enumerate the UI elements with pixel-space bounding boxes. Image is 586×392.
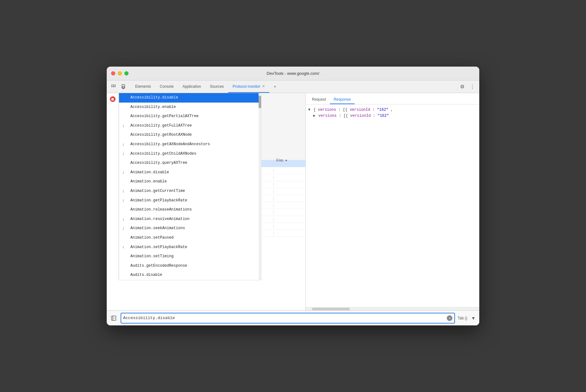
autocomplete-item-accessibility-disable[interactable]: Accessibility.disable: [119, 93, 261, 103]
svg-rect-1: [113, 85, 114, 86]
autocomplete-item-audits-disable[interactable]: Audits.disable: [119, 270, 261, 280]
tab-more-icon[interactable]: »: [269, 80, 280, 93]
devtools-window: DevTools - www.google.com/: [107, 67, 479, 325]
bottom-bar: × Tab () ▼: [107, 310, 479, 325]
autocomplete-item-animation-seek[interactable]: ↓ Animation.seekAnimations: [119, 224, 261, 233]
autocomplete-scrollbar[interactable]: [259, 93, 261, 280]
device-toggle-icon[interactable]: [119, 82, 128, 91]
json-line-2: ▶ versions : [{ versionId : "162": [308, 113, 477, 119]
close-button[interactable]: [111, 71, 115, 75]
svg-rect-5: [115, 86, 116, 87]
stop-recording-button[interactable]: [110, 96, 116, 102]
autocomplete-area: Accessibility.disable Accessibility.enab…: [107, 93, 261, 280]
tab-elements[interactable]: Elements: [131, 80, 155, 93]
more-options-icon[interactable]: ⋮: [468, 82, 477, 91]
col-header-elapsed[interactable]: Elap. ▲: [274, 158, 305, 162]
command-input[interactable]: [123, 316, 447, 320]
window-title: DevTools - www.google.com/: [267, 71, 320, 76]
right-panel-content: ▼ { versions : [{ versionId : "162" , ▶ …: [306, 104, 479, 307]
autocomplete-item-accessibility-enable[interactable]: Accessibility.enable: [119, 103, 261, 112]
svg-rect-3: [111, 86, 112, 87]
devtools-tabs-bar: Elements Console Application Sources Pro…: [107, 80, 479, 93]
toolbar-icons: [109, 80, 131, 93]
tab-response[interactable]: Response: [330, 95, 355, 104]
autocomplete-item-accessibility-getfull[interactable]: ↓ Accessibility.getFullAXTree: [119, 121, 261, 131]
right-panel-scrollbar-thumb[interactable]: [312, 308, 350, 310]
svg-rect-2: [115, 85, 116, 86]
arrow-icon: ↓: [122, 197, 125, 204]
svg-marker-10: [114, 318, 115, 319]
inspect-icon[interactable]: [109, 82, 118, 91]
autocomplete-item-accessibility-getchildax[interactable]: ↓ Accessibility.getChildAXNodes: [119, 149, 261, 159]
json-line-1: ▼ { versions : [{ versionId : "162" ,: [308, 107, 477, 113]
autocomplete-item-animation-disable[interactable]: ↓ Animation.disable: [119, 168, 261, 177]
tab-protocol-monitor[interactable]: Protocol monitor ✕: [228, 80, 269, 93]
autocomplete-item-audits-getencoded[interactable]: Audits.getEncodedResponse: [119, 261, 261, 271]
title-bar: DevTools - www.google.com/: [107, 67, 479, 80]
autocomplete-item-animation-release[interactable]: Animation.releaseAnimations: [119, 205, 261, 215]
svg-rect-0: [111, 85, 112, 86]
sidebar-panel-icon[interactable]: [109, 314, 118, 323]
right-panel-scrollbar[interactable]: [306, 307, 479, 310]
arrow-icon: ↓: [122, 216, 125, 223]
autocomplete-item-accessibility-getpartial[interactable]: Accessibility.getPartialAXTree: [119, 112, 261, 121]
autocomplete-item-animation-resolve[interactable]: ↓ Animation.resolveAnimation: [119, 215, 261, 224]
traffic-lights: [111, 71, 129, 75]
collapse-triangle[interactable]: ▼: [308, 108, 310, 112]
right-panel: Request Response ▼ { versions : [{ versi…: [306, 93, 479, 310]
arrow-icon: ↓: [122, 122, 125, 129]
autocomplete-item-accessibility-queryax[interactable]: Accessibility.queryAXTree: [119, 158, 261, 168]
settings-icon[interactable]: ⚙: [458, 82, 467, 91]
autocomplete-item-animation-getplayback[interactable]: ↓ Animation.getPlaybackRate: [119, 196, 261, 205]
autocomplete-item-animation-setpaused[interactable]: Animation.setPaused: [119, 233, 261, 243]
autocomplete-item-animation-settiming[interactable]: Animation.setTiming: [119, 252, 261, 261]
autocomplete-item-animation-enable[interactable]: Animation.enable: [119, 177, 261, 187]
command-input-wrapper: ×: [121, 313, 455, 324]
tab-console[interactable]: Console: [155, 80, 178, 93]
arrow-icon: ↓: [122, 150, 125, 157]
clear-input-button[interactable]: ×: [447, 315, 452, 321]
svg-rect-4: [113, 86, 114, 87]
autocomplete-item-accessibility-getroot[interactable]: Accessibility.getRootAXNode: [119, 130, 261, 140]
svg-rect-7: [123, 86, 124, 89]
autocomplete-scrollbar-thumb[interactable]: [259, 96, 261, 108]
tab-application[interactable]: Application: [178, 80, 206, 93]
minimize-button[interactable]: [118, 71, 122, 75]
autocomplete-item-animation-getcurrent[interactable]: ↓ Animation.getCurrentTime: [119, 187, 261, 196]
autocomplete-item-animation-setplayback[interactable]: ↓ Animation.setPlaybackRate: [119, 243, 261, 252]
tabs-right-icons: ⚙ ⋮: [458, 80, 479, 93]
left-panel: Type se Elap. ▲ ions": [107, 93, 306, 310]
tab-sources[interactable]: Sources: [206, 80, 228, 93]
right-tabs: Request Response: [306, 93, 479, 104]
tab-hint: Tab (): [457, 316, 467, 320]
main-area: Type se Elap. ▲ ions": [107, 93, 479, 310]
maximize-button[interactable]: [124, 71, 129, 75]
arrow-icon: ↓: [122, 187, 125, 195]
arrow-icon: ↓: [122, 244, 125, 251]
tab-close-icon[interactable]: ✕: [262, 84, 265, 88]
tab-request[interactable]: Request: [308, 95, 330, 104]
arrow-icon: ↓: [122, 141, 125, 148]
arrow-icon: ↓: [122, 169, 125, 176]
arrow-icon: ↓: [122, 225, 125, 232]
dropdown-arrow-icon[interactable]: ▼: [470, 316, 477, 321]
autocomplete-item-accessibility-getaxnode[interactable]: ↓ Accessibility.getAXNodeAndAncestors: [119, 140, 261, 149]
autocomplete-dropdown: Accessibility.disable Accessibility.enab…: [119, 93, 261, 280]
expand-triangle[interactable]: ▶: [313, 114, 315, 118]
